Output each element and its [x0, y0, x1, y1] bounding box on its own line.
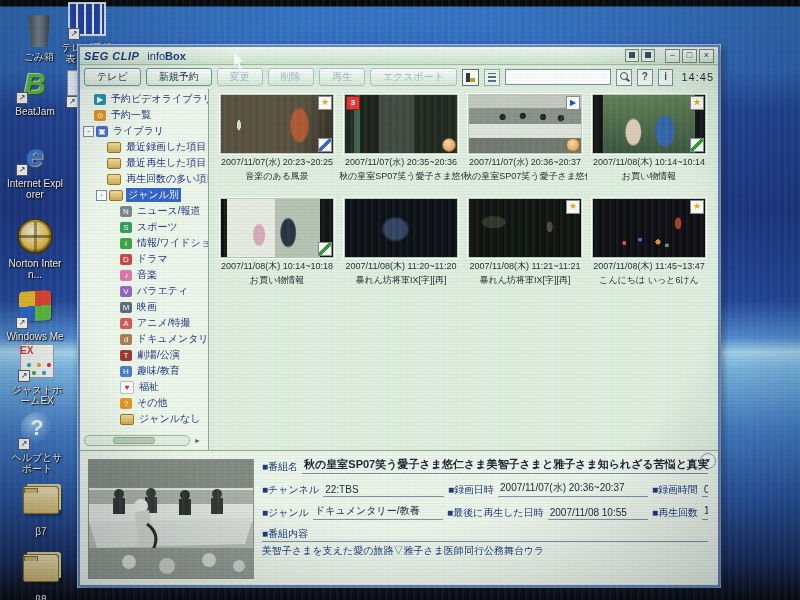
recording-item-2[interactable]: 32007/11/07(水) 20:35~20:36秋の皇室SP07笑う愛子さま… [339, 94, 463, 182]
recording-datetime: 2007/11/08(木) 10:14~10:14 [587, 157, 711, 168]
infoshow-icon: i [120, 238, 132, 249]
sidebar-hscrollbar[interactable]: ► [84, 435, 202, 446]
tree-item-映画[interactable]: M映画 [80, 299, 208, 315]
maximize-button[interactable]: □ [682, 49, 697, 63]
desktop-icon-folder-beta8[interactable]: β8 [12, 548, 70, 600]
new-reservation-button[interactable]: 新規予約 [146, 68, 212, 86]
tv-button[interactable]: テレビ [84, 68, 141, 86]
info-button[interactable]: i [658, 69, 674, 86]
recycle-bin-icon [26, 11, 52, 47]
desktop-icon-recycle-bin[interactable]: ごみ箱 [10, 8, 68, 62]
scrollbar-thumb[interactable] [113, 437, 155, 444]
window-extra-button-2[interactable] [641, 49, 655, 62]
preview-image [88, 459, 254, 579]
recording-title: お買い物情報 [215, 275, 339, 286]
tree-item-趣味/教育[interactable]: H趣味/教育 [80, 363, 208, 379]
tree-item-スポーツ[interactable]: Sスポーツ [80, 219, 208, 235]
tree-item-label: 予約ビデオライブラリ [109, 92, 208, 106]
window-titlebar[interactable]: SEG CLIP info Box − □ × [80, 47, 718, 65]
recording-thumbnail[interactable]: ★ [220, 94, 334, 154]
tree-item-アニメ/特撮[interactable]: Aアニメ/特撮 [80, 315, 208, 331]
search-input[interactable] [505, 69, 611, 85]
welfare-icon: ♥ [120, 381, 134, 394]
tree-item-その他[interactable]: ?その他 [80, 395, 208, 411]
tree-item-予約ビデオライブラリ[interactable]: ▶予約ビデオライブラリ [80, 91, 208, 107]
desktop-icon-justhome-ex[interactable]: ↗ジャストホームEX [8, 342, 66, 406]
recording-item-7[interactable]: ★2007/11/08(木) 11:21~11:21暴れん坊将軍IX[字][再] [463, 198, 587, 286]
tree-item-label: 劇場/公演 [135, 348, 182, 362]
recording-thumbnail[interactable]: 3 [344, 94, 458, 154]
recording-item-8[interactable]: ★2007/11/08(木) 11:45~13:47こんにちは いっと6けん [587, 198, 711, 286]
tree-item-再生回数の多い項目[interactable]: 再生回数の多い項目 [80, 171, 208, 187]
tree-item-ジャンル別[interactable]: -ジャンル別 [80, 187, 208, 203]
tree-item-予約一覧[interactable]: ⊙予約一覧 [80, 107, 208, 123]
tree-expander-icon[interactable]: - [96, 190, 107, 201]
last-played-value: 2007/11/08 10:55 [548, 507, 648, 520]
desktop: ごみ箱↗テレビ番組表 (iEPG)B↗BeatJam↗SEe↗Internet … [0, 0, 800, 600]
change-button[interactable]: 変更 [217, 68, 263, 86]
delete-button[interactable]: 削除 [268, 68, 314, 86]
tree-item-福祉[interactable]: ♥福祉 [80, 379, 208, 395]
tree-item-バラエティ[interactable]: Vバラエティ [80, 283, 208, 299]
tree-item-label: ドキュメンタリー/教 [135, 332, 208, 346]
recording-thumbnail[interactable] [220, 198, 334, 258]
recording-thumbnail[interactable]: ★ [592, 198, 706, 258]
tree-item-label: ジャンルなし [137, 412, 202, 426]
desktop-icon-norton-internet-security[interactable]: Norton Intern... [6, 216, 64, 280]
recording-item-4[interactable]: ★2007/11/08(木) 10:14~10:14お買い物情報 [587, 94, 711, 182]
list-view-button[interactable] [484, 69, 501, 86]
desktop-icon-beatjam[interactable]: B↗BeatJam [6, 66, 64, 117]
channel-label: ■チャンネル [262, 483, 319, 497]
tree-item-ジャンルなし[interactable]: ジャンルなし [80, 411, 208, 427]
tree-item-最近録画した項目[interactable]: 最近録画した項目 [80, 139, 208, 155]
scrollbar-track[interactable] [84, 435, 190, 446]
pin-icon [629, 52, 635, 58]
recording-thumbnail[interactable] [344, 198, 458, 258]
scrollbar-arrow-icon[interactable]: ► [194, 437, 201, 444]
tree-item-劇場/公演[interactable]: T劇場/公演 [80, 347, 208, 363]
desktop-icon-help-and-support[interactable]: ?↗ヘルプとサポート [8, 410, 66, 474]
play-button[interactable]: 再生 [319, 68, 365, 86]
clock-icon: ⊙ [94, 110, 106, 121]
record-date-value: 2007/11/07(水) 20:36~20:37 [498, 481, 648, 497]
play-count-label: ■再生回数 [652, 506, 698, 520]
tree-item-label: 予約一覧 [109, 108, 153, 122]
recording-thumbnail[interactable]: ★ [468, 198, 582, 258]
recording-item-6[interactable]: 2007/11/08(木) 11:20~11:20暴れん坊将軍IX[字][再] [339, 198, 463, 286]
tree-item-label: ドラマ [135, 252, 170, 266]
other-icon: ? [120, 398, 132, 409]
thumbnail-view-button[interactable] [462, 69, 479, 86]
search-icon [620, 72, 628, 80]
tree-item-label: 最近録画した項目 [124, 140, 208, 154]
recording-thumbnail[interactable]: ▶ [468, 94, 582, 154]
tree-item-label: 映画 [135, 300, 159, 314]
screen-photo: ごみ箱↗テレビ番組表 (iEPG)B↗BeatJam↗SEe↗Internet … [0, 0, 800, 600]
window-extra-button-1[interactable] [625, 49, 639, 62]
tree-item-情報/ワイドショー[interactable]: i情報/ワイドショー [80, 235, 208, 251]
desktop-icon-internet-explorer[interactable]: e↗Internet Explorer [6, 138, 64, 200]
close-button[interactable]: × [699, 49, 714, 63]
tree-item-ドキュメンタリー/教[interactable]: dドキュメンタリー/教 [80, 331, 208, 347]
tree-expander-icon[interactable]: - [83, 126, 94, 137]
tree-item-最近再生した項目[interactable]: 最近再生した項目 [80, 155, 208, 171]
tree-item-ライブラリ[interactable]: -▣ライブラリ [80, 123, 208, 139]
info-panel: ▼ ■番組名 秋の皇室SP07笑う愛子さま悠仁さま美智子さまと雅子さま知られざる… [80, 450, 718, 585]
recording-item-1[interactable]: ★2007/11/07(水) 20:23~20:25音楽のある風景 [215, 94, 339, 182]
recording-datetime: 2007/11/07(水) 20:36~20:37 [463, 157, 587, 168]
desktop-icon-folder-beta7[interactable]: β7 [12, 480, 70, 537]
drama-icon: D [120, 254, 132, 265]
recording-title: 暴れん坊将軍IX[字][再] [463, 275, 587, 286]
export-button[interactable]: エクスポート [370, 68, 457, 86]
tree-item-音楽[interactable]: ♪音楽 [80, 267, 208, 283]
recording-item-5[interactable]: 2007/11/08(木) 10:14~10:18お買い物情報 [215, 198, 339, 286]
tree-item-ニュース/報道[interactable]: Nニュース/報道 [80, 203, 208, 219]
play-count-value: 1回 [702, 504, 708, 520]
segclip-window: SEG CLIP info Box − □ × テレビ 新規予約 変更 削除 再… [78, 45, 720, 587]
help-button[interactable]: ? [637, 69, 653, 86]
search-button[interactable] [616, 69, 632, 86]
minimize-button[interactable]: − [665, 49, 680, 63]
tree-item-ドラマ[interactable]: Dドラマ [80, 251, 208, 267]
recording-item-3[interactable]: ▶2007/11/07(水) 20:36~20:37秋の皇室SP07笑う愛子さま… [463, 94, 587, 182]
recording-thumbnail[interactable]: ★ [592, 94, 706, 154]
reserve-video-icon: ▶ [94, 94, 106, 105]
